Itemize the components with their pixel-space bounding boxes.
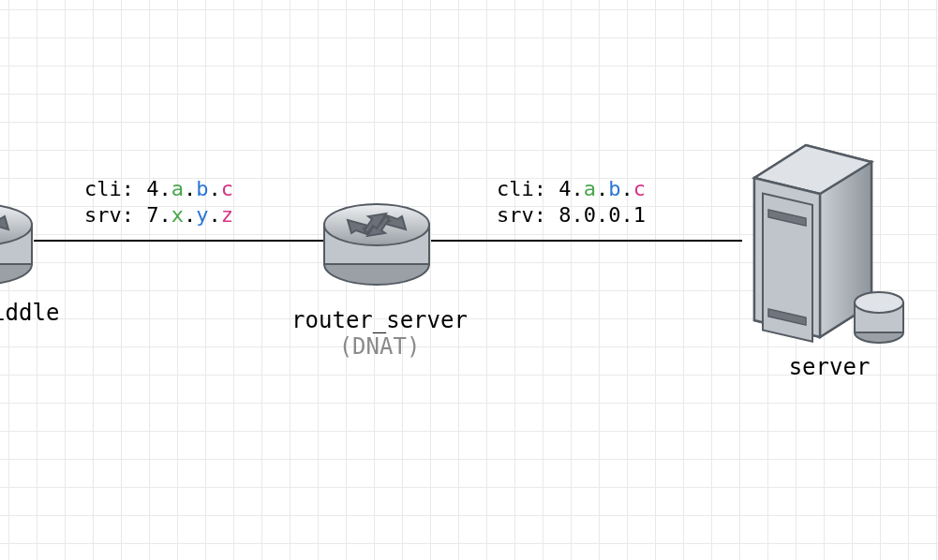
cli-c: c: [221, 177, 233, 200]
router-icon: [0, 184, 36, 297]
diagram-canvas: cli: 4.a.b.c srv: 7.x.y.z cli: 4.a.b.c s…: [0, 0, 938, 560]
srv-y: y: [196, 203, 208, 227]
srv-prefix: srv:: [497, 203, 558, 227]
server-icon: [740, 136, 918, 351]
router-middle-name: router_server: [281, 307, 478, 333]
cli-c: c: [633, 177, 646, 200]
cli-b: b: [608, 177, 620, 200]
srv-value: 8.0.0.1: [558, 203, 646, 227]
cli-base: 4: [146, 177, 158, 200]
cli-prefix: cli:: [497, 177, 558, 200]
router-middle: [319, 184, 435, 297]
packet-left-srv: srv: 7.x.y.z: [84, 202, 233, 228]
packet-right-srv: srv: 8.0.0.1: [497, 202, 646, 228]
srv-z: z: [221, 203, 233, 227]
router-left-label: middle: [0, 300, 75, 326]
packet-right-cli: cli: 4.a.b.c: [497, 176, 646, 202]
cli-prefix: cli:: [84, 177, 146, 200]
link-left: [34, 240, 323, 242]
router-middle-sublabel: (DNAT): [281, 333, 478, 360]
server-node: [740, 136, 918, 351]
cli-base: 4: [558, 177, 571, 200]
server-label: server: [759, 354, 900, 380]
svg-point-11: [855, 292, 903, 313]
srv-x: x: [171, 203, 184, 227]
router-icon: [319, 184, 435, 297]
router-middle-label: router_server (DNAT): [281, 307, 478, 360]
cli-a: a: [584, 177, 596, 200]
link-right: [431, 240, 742, 242]
router-left: [0, 184, 36, 297]
srv-prefix: srv:: [84, 203, 146, 227]
cli-b: b: [196, 177, 208, 200]
packet-left-cli: cli: 4.a.b.c: [84, 176, 233, 202]
cli-a: a: [171, 177, 184, 200]
srv-base: 7: [146, 203, 158, 227]
